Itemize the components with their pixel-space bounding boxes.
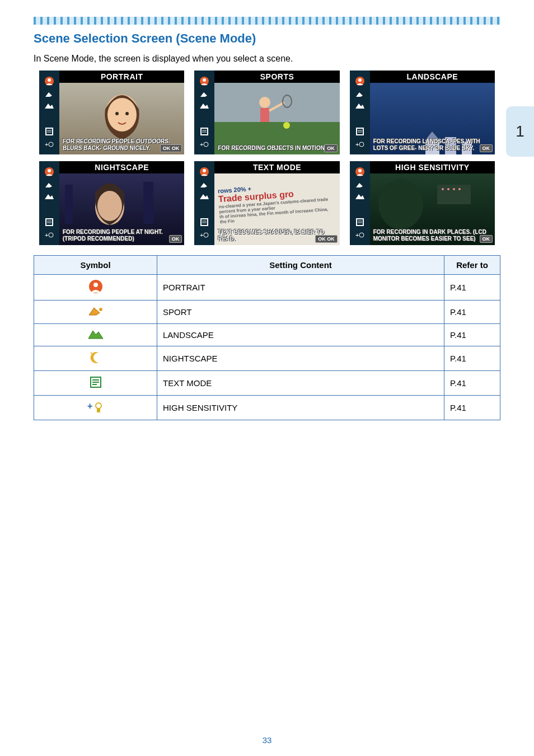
high-sensitivity-icon: + xyxy=(200,231,209,240)
svg-point-30 xyxy=(359,142,364,147)
table-row: + HIGH SENSITIVITY P.41 xyxy=(34,396,500,420)
scene-image: FOR RECORDING IN DARK PLACES. (LCD MONIT… xyxy=(370,173,495,245)
scene-desc: FOR RECORDING OBJECTS IN MOTION. xyxy=(218,145,336,152)
sport-icon xyxy=(87,305,104,317)
symbol-cell xyxy=(34,324,157,346)
svg-rect-21 xyxy=(260,108,269,122)
textmode-icon xyxy=(200,127,209,136)
section-title: Scene Selection Screen (Scene Mode) xyxy=(34,31,500,46)
svg-rect-26 xyxy=(357,128,363,135)
svg-rect-48 xyxy=(201,219,208,226)
textmode-icon xyxy=(200,218,209,227)
svg-text:+: + xyxy=(200,232,203,238)
high-sensitivity-icon: + xyxy=(45,231,54,240)
svg-rect-55 xyxy=(357,219,363,226)
ok-badge: OK OK xyxy=(315,235,338,243)
svg-point-64 xyxy=(453,188,455,190)
scene-high-sensitivity: + HIGH SENSITIVITY FOR RECORDING IN DARK… xyxy=(350,161,495,245)
scene-icon-sidebar: + xyxy=(350,71,370,154)
svg-rect-2 xyxy=(46,128,53,135)
scene-icon-sidebar: + xyxy=(194,71,214,154)
scene-title: NIGHTSCAPE xyxy=(59,161,184,173)
scene-desc: FOR RECORDING IN DARK PLACES. (LCD MONIT… xyxy=(373,229,491,242)
scene-desc: FOR RECORDING PEOPLE AT NIGHT. (TRIPOD R… xyxy=(63,229,181,242)
svg-point-36 xyxy=(48,169,51,172)
svg-point-43 xyxy=(97,191,122,221)
sport-icon xyxy=(355,90,365,98)
svg-point-47 xyxy=(203,169,206,172)
landscape-icon xyxy=(199,102,209,110)
svg-rect-44 xyxy=(65,185,73,224)
ok-badge: OK OK xyxy=(160,144,182,152)
svg-point-12 xyxy=(203,78,206,82)
svg-point-9 xyxy=(115,112,119,115)
th-setting: Setting Content xyxy=(157,256,444,275)
svg-point-54 xyxy=(358,169,362,172)
svg-point-62 xyxy=(442,188,444,190)
portrait-icon xyxy=(199,76,209,86)
svg-point-41 xyxy=(49,233,53,237)
textmode-icon xyxy=(355,218,364,227)
portrait-icon xyxy=(199,167,209,177)
nightscape-icon xyxy=(199,114,209,123)
scene-image: rows 20% + Trade surplus gro ns-cleared … xyxy=(214,173,339,245)
textmode-icon xyxy=(89,375,102,389)
scene-title: HIGH SENSITIVITY xyxy=(370,161,495,173)
scene-title: LANDSCAPE xyxy=(370,71,495,83)
symbol-cell: * xyxy=(34,346,157,371)
scene-image: FOR RECORDING PEOPLE AT NIGHT. (TRIPOD R… xyxy=(59,173,184,245)
landscape-icon xyxy=(44,192,54,200)
th-symbol: Symbol xyxy=(34,256,157,275)
chapter-tab: 1 xyxy=(506,106,534,157)
table-row: LANDSCAPE P.41 xyxy=(34,324,500,346)
textmode-icon xyxy=(45,127,54,136)
svg-point-1 xyxy=(48,78,51,82)
refer-cell: P.41 xyxy=(444,371,500,396)
th-refer: Refer to xyxy=(444,256,500,275)
setting-cell: HIGH SENSITIVITY xyxy=(157,396,444,420)
sport-icon xyxy=(44,181,54,189)
high-sensitivity-icon: + xyxy=(200,140,209,149)
nightscape-icon xyxy=(199,205,209,214)
portrait-icon xyxy=(355,167,365,177)
sport-icon xyxy=(44,90,54,98)
scene-textmode: + TEXT MODE rows 20% + Trade surplus gro… xyxy=(194,161,339,245)
landscape-icon xyxy=(199,192,209,200)
svg-text:*: * xyxy=(90,351,92,358)
portrait-icon xyxy=(44,167,54,177)
nightscape-icon xyxy=(355,205,365,214)
scene-title: PORTRAIT xyxy=(59,71,184,83)
scene-title: SPORTS xyxy=(214,71,339,83)
nightscape-icon xyxy=(44,205,54,214)
nightscape-icon: * xyxy=(88,351,103,364)
svg-text:+: + xyxy=(355,141,359,148)
scene-image: FOR RECORDING OBJECTS IN MOTION. OK xyxy=(214,83,339,154)
scene-icon-sidebar: + xyxy=(39,161,59,245)
svg-point-63 xyxy=(447,188,449,190)
portrait-icon xyxy=(88,279,103,294)
high-sensitivity-icon: + xyxy=(87,400,104,414)
sports-illustration xyxy=(214,83,339,154)
svg-rect-45 xyxy=(143,182,153,224)
scene-nightscape: + NIGHTSCAPE FOR RECORDING PEOPLE AT NIG… xyxy=(39,161,184,245)
nightscape-icon xyxy=(44,114,54,123)
scene-icon-sidebar: + xyxy=(194,161,214,245)
svg-rect-13 xyxy=(201,128,208,135)
scene-desc: FOR RECORDING LANDSCA- PES WITH LOTS OF … xyxy=(373,138,491,151)
svg-rect-37 xyxy=(46,219,53,226)
refer-cell: P.41 xyxy=(444,396,500,420)
svg-point-68 xyxy=(99,308,102,311)
setting-cell: TEXT MODE xyxy=(157,371,444,396)
ok-badge: OK xyxy=(480,235,493,243)
symbol-cell xyxy=(34,275,157,300)
svg-rect-76 xyxy=(97,408,100,412)
table-row: * NIGHTSCAPE P.41 xyxy=(34,346,500,371)
nightscape-icon xyxy=(355,114,365,123)
svg-point-20 xyxy=(259,97,270,108)
refer-cell: P.41 xyxy=(444,324,500,346)
scene-sports: + SPORTS FOR RECORDING OBJECTS IN MOTION… xyxy=(194,71,339,154)
scene-icon-sidebar: + xyxy=(350,161,370,245)
portrait-icon xyxy=(44,76,54,86)
text-mode-illustration: rows 20% + Trade surplus gro ns-cleared … xyxy=(218,180,336,232)
high-sensitivity-icon: + xyxy=(45,140,54,149)
